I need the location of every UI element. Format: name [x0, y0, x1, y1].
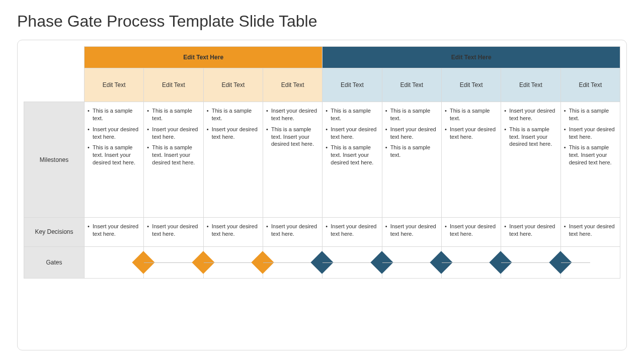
bullet-item: This is a sample text. — [146, 107, 199, 122]
col-header-8[interactable]: Edit Text — [501, 68, 560, 102]
col-header-2[interactable]: Edit Text — [144, 68, 203, 102]
milestone-cell[interactable]: Insert your desired text here.This is a … — [501, 102, 560, 218]
milestone-cell[interactable]: This is a sample text.Insert your desire… — [203, 102, 263, 218]
gate-cell — [263, 246, 322, 278]
bullet-item: This is a sample text. — [384, 144, 437, 159]
key-decision-cell[interactable]: Insert your desired text here. — [441, 218, 501, 247]
gate-cell — [560, 246, 620, 278]
key-decision-cell[interactable]: Insert your desired text here. — [203, 218, 263, 247]
bullet-item: This is a sample text. Insert your desir… — [503, 126, 556, 148]
row-label-gates: Gates — [24, 246, 85, 278]
col-header-7[interactable]: Edit Text — [441, 68, 501, 102]
header-spacer — [24, 47, 85, 68]
gate-cell — [501, 246, 560, 278]
bullet-item: Insert your desired text here. — [146, 126, 199, 141]
bullet-item: Insert your desired text here. — [563, 223, 616, 238]
bullet-item: This is a sample text. Insert your desir… — [563, 144, 616, 166]
bullet-item: Insert your desired text here. — [265, 223, 318, 238]
milestone-cell[interactable]: This is a sample text.Insert your desire… — [144, 102, 203, 218]
header-spacer — [24, 68, 85, 102]
bullet-item: Insert your desired text here. — [325, 223, 377, 238]
milestone-cell[interactable]: This is a sample text.Insert your desire… — [441, 102, 501, 218]
bullet-item: Insert your desired text here. — [444, 223, 497, 238]
bullet-item: This is a sample text. Insert your desir… — [87, 144, 139, 166]
bullet-item: This is a sample text. Insert your desir… — [325, 144, 377, 166]
bullet-item: Insert your desired text here. — [444, 126, 497, 141]
col-header-5[interactable]: Edit Text — [323, 68, 382, 102]
col-header-1[interactable]: Edit Text — [85, 68, 144, 102]
bullet-item: This is a sample text. — [384, 107, 437, 122]
row-label-milestones: Milestones — [24, 102, 85, 218]
key-decision-cell[interactable]: Insert your desired text here. — [382, 218, 441, 247]
key-decision-cell[interactable]: Insert your desired text here. — [501, 218, 560, 247]
group-header-row: Edit Text Here Edit Text Here — [24, 47, 620, 68]
bullet-item: Insert your desired text here. — [206, 126, 259, 141]
milestone-cell[interactable]: This is a sample text.Insert your desire… — [323, 102, 382, 218]
bullet-item: Insert your desired text here. — [206, 223, 259, 238]
gate-cell — [441, 246, 501, 278]
milestone-cell[interactable]: Insert your desired text here.This is a … — [263, 102, 322, 218]
bullet-item: Insert your desired text here. — [384, 126, 437, 141]
bullet-item: This is a sample text. — [563, 107, 616, 122]
bullet-item: Insert your desired text here. — [87, 223, 139, 238]
key-decisions-row: Key Decisions Insert your desired text h… — [24, 218, 620, 247]
gate-cell — [144, 246, 203, 278]
col-header-6[interactable]: Edit Text — [382, 68, 441, 102]
bullet-item: This is a sample text. — [325, 107, 377, 122]
phase-gate-table: Edit Text Here Edit Text Here Edit Text … — [24, 46, 620, 279]
bullet-item: Insert your desired text here. — [87, 126, 139, 141]
bullet-item: Insert your desired text here. — [503, 107, 556, 122]
bullet-item: Insert your desired text here. — [146, 223, 199, 238]
column-header-row: Edit Text Edit Text Edit Text Edit Text … — [24, 68, 620, 102]
group-header-left[interactable]: Edit Text Here — [85, 47, 323, 68]
key-decision-cell[interactable]: Insert your desired text here. — [85, 218, 144, 247]
bullet-item: Insert your desired text here. — [384, 223, 437, 238]
bullet-item: This is a sample text. — [87, 107, 139, 122]
table-frame: Edit Text Here Edit Text Here Edit Text … — [17, 40, 627, 350]
milestones-row: Milestones This is a sample text.Insert … — [24, 102, 620, 218]
gate-line — [561, 262, 591, 263]
bullet-item: Insert your desired text here. — [563, 126, 616, 141]
bullet-item: Insert your desired text here. — [265, 107, 318, 122]
gate-cell — [85, 246, 144, 278]
col-header-3[interactable]: Edit Text — [203, 68, 263, 102]
bullet-item: Insert your desired text here. — [325, 126, 377, 141]
slide-title: Phase Gate Process Template Slide Table — [17, 12, 627, 31]
bullet-item: This is a sample text. Insert your desir… — [265, 126, 318, 148]
group-header-right[interactable]: Edit Text Here — [323, 47, 620, 68]
bullet-item: This is a sample text. — [206, 107, 259, 122]
gate-cell — [323, 246, 382, 278]
col-header-9[interactable]: Edit Text — [560, 68, 620, 102]
gate-cell — [382, 246, 441, 278]
row-label-key-decisions: Key Decisions — [24, 218, 85, 247]
milestone-cell[interactable]: This is a sample text.Insert your desire… — [382, 102, 441, 218]
bullet-item: This is a sample text. Insert your desir… — [146, 144, 199, 166]
bullet-item: Insert your desired text here. — [503, 223, 556, 238]
bullet-item: This is a sample text. — [444, 107, 497, 122]
col-header-4[interactable]: Edit Text — [263, 68, 322, 102]
key-decision-cell[interactable]: Insert your desired text here. — [323, 218, 382, 247]
gates-row: Gates — [24, 246, 620, 278]
key-decision-cell[interactable]: Insert your desired text here. — [144, 218, 203, 247]
key-decision-cell[interactable]: Insert your desired text here. — [263, 218, 322, 247]
gate-cell — [203, 246, 263, 278]
milestone-cell[interactable]: This is a sample text.Insert your desire… — [85, 102, 144, 218]
key-decision-cell[interactable]: Insert your desired text here. — [560, 218, 620, 247]
milestone-cell[interactable]: This is a sample text.Insert your desire… — [560, 102, 620, 218]
